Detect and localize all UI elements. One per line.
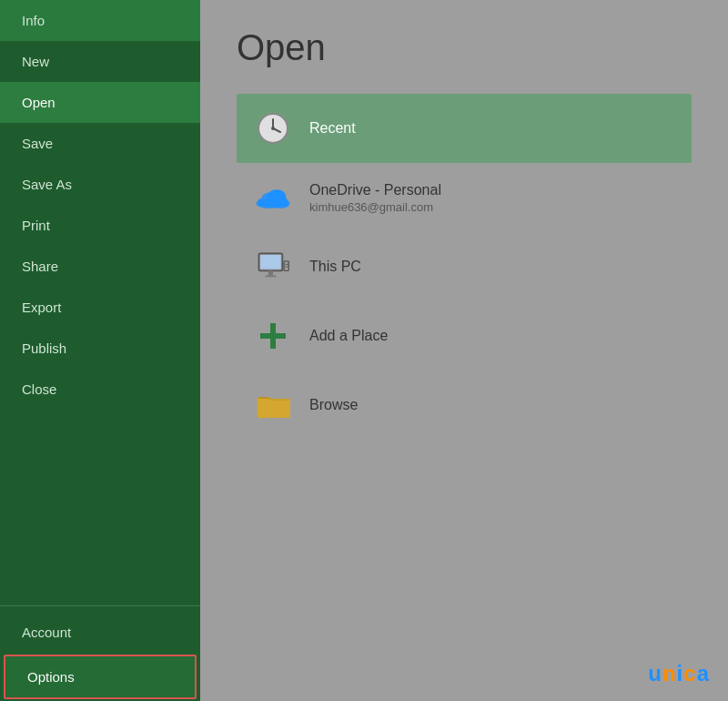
svg-rect-11 — [268, 270, 273, 275]
sidebar: Info New Open Save Save As Print Share E… — [0, 0, 200, 701]
svg-rect-13 — [284, 261, 288, 270]
sidebar-item-save-as[interactable]: Save As — [0, 164, 200, 205]
location-add-place[interactable]: Add a Place — [237, 301, 692, 371]
sidebar-item-options[interactable]: Options — [4, 655, 197, 699]
sidebar-item-info[interactable]: Info — [0, 0, 200, 41]
location-browse[interactable]: Browse — [237, 371, 692, 440]
sidebar-item-close[interactable]: Close — [0, 369, 200, 410]
svg-rect-8 — [258, 199, 288, 207]
clock-icon — [253, 108, 293, 148]
location-recent[interactable]: Recent — [237, 94, 692, 163]
svg-rect-10 — [260, 255, 280, 269]
sidebar-item-open[interactable]: Open — [0, 82, 200, 123]
svg-rect-12 — [265, 276, 276, 278]
location-addplace-text: Add a Place — [309, 328, 388, 344]
main-content: Open Recent — [200, 0, 728, 701]
location-this-pc[interactable]: This PC — [237, 232, 692, 301]
sidebar-item-new[interactable]: New — [0, 41, 200, 82]
location-browse-text: Browse — [309, 397, 358, 413]
thispc-icon — [253, 247, 293, 287]
location-thispc-text: This PC — [309, 259, 361, 275]
location-onedrive[interactable]: OneDrive - Personal kimhue636@gmail.com — [237, 163, 692, 232]
addplace-icon — [253, 316, 293, 356]
unica-brand: unica — [648, 661, 710, 686]
sidebar-divider — [0, 605, 200, 606]
location-onedrive-text: OneDrive - Personal kimhue636@gmail.com — [309, 182, 441, 214]
sidebar-item-export[interactable]: Export — [0, 287, 200, 328]
sidebar-item-publish[interactable]: Publish — [0, 328, 200, 369]
sidebar-spacer — [0, 410, 200, 600]
svg-point-3 — [271, 127, 275, 130]
browse-icon — [253, 385, 293, 425]
sidebar-item-print[interactable]: Print — [0, 205, 200, 246]
sidebar-item-save[interactable]: Save — [0, 123, 200, 164]
sidebar-item-share[interactable]: Share — [0, 246, 200, 287]
sidebar-item-account[interactable]: Account — [0, 612, 200, 653]
svg-rect-17 — [260, 333, 286, 339]
location-recent-text: Recent — [309, 120, 356, 137]
onedrive-icon — [253, 178, 293, 218]
page-title: Open — [237, 27, 692, 68]
location-list: Recent OneDrive - Personal kimhue636@gma… — [237, 94, 692, 440]
